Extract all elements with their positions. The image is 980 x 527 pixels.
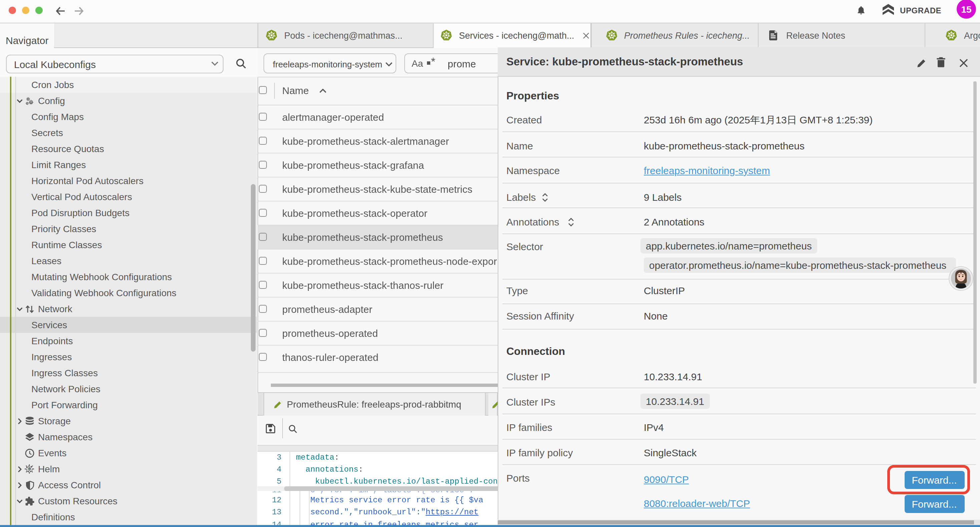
- svg-text:HELM: HELM: [26, 468, 33, 470]
